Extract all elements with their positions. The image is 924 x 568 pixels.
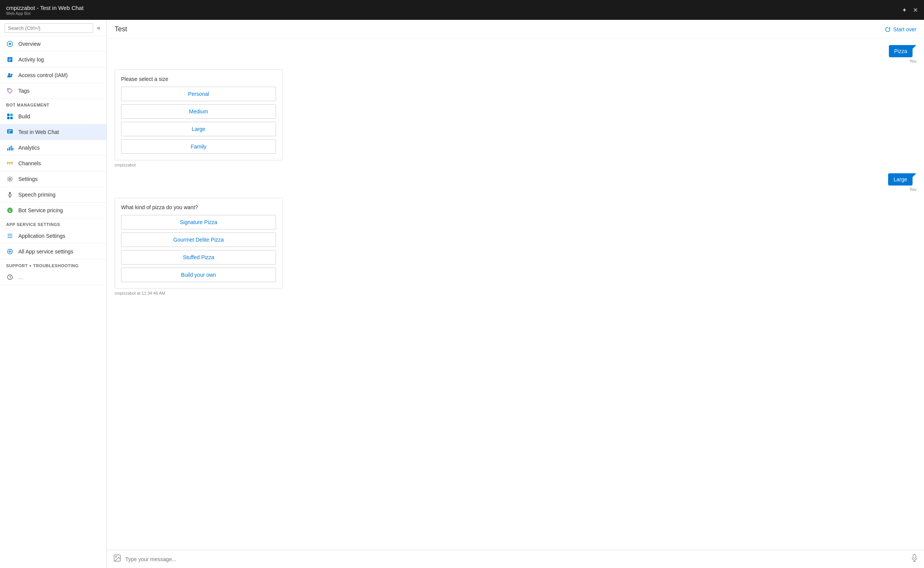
- access-control-icon: [6, 71, 14, 79]
- sidebar-item-test-webchat[interactable]: Test in Web Chat: [0, 124, 107, 140]
- sidebar: « Overview Activity log Access control (…: [0, 20, 107, 568]
- svg-point-26: [9, 178, 11, 180]
- size-option-family[interactable]: Family: [121, 139, 276, 154]
- bot-card-title-size: Please select a size: [121, 76, 276, 82]
- titlebar-controls: ✦ ✕: [902, 6, 918, 14]
- svg-rect-4: [8, 60, 11, 60]
- svg-rect-3: [8, 58, 11, 59]
- speech-icon: [6, 191, 14, 198]
- titlebar-left: cmpizzabot - Test in Web Chat Web App Bo…: [6, 5, 84, 16]
- sidebar-label-tags: Tags: [18, 88, 30, 94]
- chat-input-area: [107, 550, 924, 568]
- sidebar-item-channels[interactable]: Channels: [0, 156, 107, 171]
- svg-rect-5: [8, 61, 10, 61]
- app-layout: « Overview Activity log Access control (…: [0, 20, 924, 568]
- svg-point-6: [8, 73, 10, 75]
- svg-rect-22: [11, 162, 13, 163]
- titlebar-title: cmpizzabot - Test in Web Chat: [6, 5, 84, 11]
- sidebar-item-analytics[interactable]: Analytics: [0, 140, 107, 156]
- search-input[interactable]: [5, 23, 93, 33]
- user-message-text: Pizza: [894, 48, 907, 54]
- sidebar-label-test-webchat: Test in Web Chat: [18, 129, 59, 135]
- svg-rect-27: [9, 192, 11, 195]
- message-bot-pizza-type: What kind of pizza do you want? Signatur…: [115, 198, 916, 295]
- refresh-icon: [885, 26, 891, 32]
- sidebar-item-support[interactable]: ? ...: [0, 269, 107, 285]
- pizza-option-build-own[interactable]: Build your own: [121, 268, 276, 282]
- svg-rect-18: [11, 146, 12, 151]
- sidebar-item-speech-priming[interactable]: Speech priming: [0, 187, 107, 203]
- app-service-header: APP SERVICE SETTINGS: [0, 218, 107, 228]
- chat-area: Pizza You Please select a size Personal …: [107, 39, 924, 550]
- size-option-personal[interactable]: Personal: [121, 87, 276, 101]
- sidebar-label-app-settings: Application Settings: [18, 233, 65, 239]
- svg-point-1: [9, 43, 11, 45]
- user-bubble-large-container: Large: [888, 173, 916, 186]
- svg-rect-13: [7, 129, 13, 134]
- sidebar-label-channels: Channels: [18, 160, 41, 166]
- size-option-medium[interactable]: Medium: [121, 104, 276, 119]
- message-user-pizza: Pizza You: [115, 45, 916, 63]
- sidebar-label-bot-pricing: Bot Service pricing: [18, 207, 63, 213]
- sidebar-label-activity-log: Activity log: [18, 56, 44, 63]
- bubble-tail: [913, 45, 916, 49]
- main-header: Test Start over: [107, 20, 924, 39]
- svg-rect-16: [7, 148, 8, 150]
- user-message-large-text: Large: [893, 176, 907, 182]
- start-over-label: Start over: [893, 26, 916, 32]
- analytics-icon: [6, 144, 14, 152]
- message-input[interactable]: [125, 556, 907, 562]
- sidebar-item-app-settings[interactable]: Application Settings: [0, 228, 107, 244]
- bot-management-header: BOT MANAGEMENT: [0, 99, 107, 109]
- size-option-large[interactable]: Large: [121, 122, 276, 136]
- sidebar-item-build[interactable]: Build: [0, 109, 107, 124]
- overview-icon: [6, 40, 14, 48]
- bot-card-title-pizza: What kind of pizza do you want?: [121, 204, 276, 210]
- sidebar-label-build: Build: [18, 113, 30, 119]
- sidebar-label-access-control: Access control (IAM): [18, 72, 68, 78]
- sidebar-label-all-settings: All App service settings: [18, 248, 73, 255]
- svg-rect-12: [10, 117, 13, 119]
- pizza-option-stuffed[interactable]: Stuffed Pizza: [121, 250, 276, 265]
- image-upload-icon[interactable]: [113, 554, 121, 564]
- svg-rect-21: [9, 162, 11, 163]
- sidebar-label-support: ...: [18, 274, 23, 280]
- svg-rect-20: [7, 162, 9, 163]
- sidebar-item-tags[interactable]: Tags: [0, 83, 107, 99]
- pizza-option-gourmet[interactable]: Gourmet Delite Pizza: [121, 232, 276, 247]
- support-icon: ?: [6, 273, 14, 281]
- sidebar-collapse-icon[interactable]: «: [95, 23, 102, 33]
- message-user-large: Large You: [115, 173, 916, 192]
- all-settings-icon: [6, 248, 14, 255]
- bot-card-size: Please select a size Personal Medium Lar…: [115, 69, 283, 160]
- svg-rect-11: [7, 117, 10, 119]
- microphone-icon[interactable]: [911, 554, 918, 564]
- pin-icon[interactable]: ✦: [902, 6, 907, 14]
- sidebar-item-settings[interactable]: Settings: [0, 171, 107, 187]
- user-bubble-container: Pizza: [889, 45, 916, 57]
- titlebar: cmpizzabot - Test in Web Chat Web App Bo…: [0, 0, 924, 20]
- user-bubble-large: Large: [888, 173, 913, 186]
- sidebar-item-all-settings[interactable]: All App service settings: [0, 244, 107, 260]
- main-content: Test Start over Pizza You: [107, 20, 924, 568]
- pizza-option-signature[interactable]: Signature Pizza: [121, 215, 276, 229]
- svg-point-8: [8, 89, 10, 90]
- sidebar-item-overview[interactable]: Overview: [0, 36, 107, 52]
- start-over-button[interactable]: Start over: [885, 26, 916, 32]
- build-icon: [6, 113, 14, 120]
- user-label-large: You: [909, 187, 916, 192]
- sidebar-search-container: «: [0, 20, 107, 36]
- sidebar-label-settings: Settings: [18, 176, 38, 182]
- bot-timestamp: cmpizzabot at 11:34:46 AM: [115, 291, 165, 295]
- message-bot-size: Please select a size Personal Medium Lar…: [115, 69, 916, 167]
- svg-rect-40: [913, 554, 916, 558]
- sidebar-item-bot-pricing[interactable]: $ Bot Service pricing: [0, 203, 107, 218]
- svg-rect-15: [8, 132, 10, 132]
- sidebar-item-activity-log[interactable]: Activity log: [0, 52, 107, 68]
- close-icon[interactable]: ✕: [913, 6, 918, 14]
- sidebar-label-speech-priming: Speech priming: [18, 192, 55, 198]
- svg-text:$: $: [9, 209, 11, 213]
- sidebar-item-access-control[interactable]: Access control (IAM): [0, 68, 107, 83]
- svg-point-39: [115, 556, 116, 557]
- sidebar-label-analytics: Analytics: [18, 145, 40, 151]
